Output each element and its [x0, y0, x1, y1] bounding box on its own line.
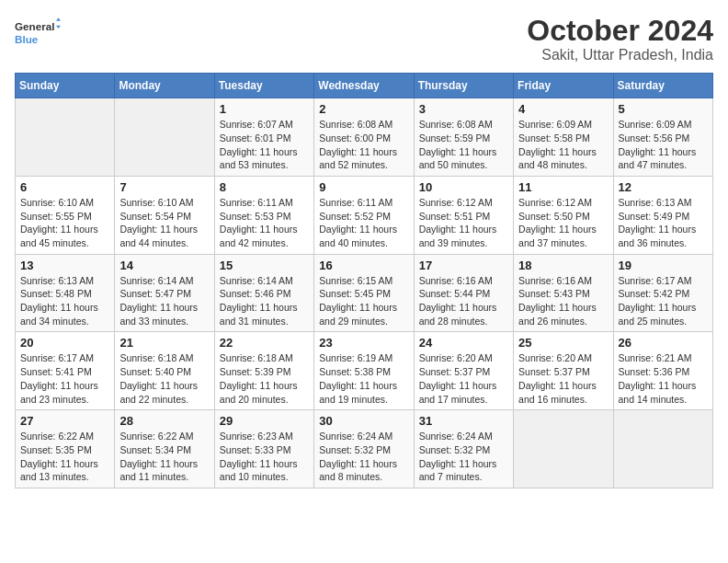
calendar-cell: 28Sunrise: 6:22 AM Sunset: 5:34 PM Dayli… — [115, 410, 214, 488]
calendar-header-row: SundayMondayTuesdayWednesdayThursdayFrid… — [16, 74, 713, 98]
calendar-cell: 9Sunrise: 6:11 AM Sunset: 5:52 PM Daylig… — [314, 176, 414, 254]
day-info: Sunrise: 6:12 AM Sunset: 5:50 PM Dayligh… — [518, 196, 608, 250]
calendar-cell: 15Sunrise: 6:14 AM Sunset: 5:46 PM Dayli… — [214, 254, 313, 332]
day-info: Sunrise: 6:14 AM Sunset: 5:47 PM Dayligh… — [119, 274, 209, 328]
day-number: 12 — [619, 180, 708, 194]
calendar-cell: 12Sunrise: 6:13 AM Sunset: 5:49 PM Dayli… — [613, 176, 712, 254]
day-number: 16 — [319, 259, 408, 272]
calendar-week-row: 20Sunrise: 6:17 AM Sunset: 5:41 PM Dayli… — [16, 332, 713, 410]
calendar-week-row: 6Sunrise: 6:10 AM Sunset: 5:55 PM Daylig… — [16, 176, 713, 254]
day-number: 17 — [419, 259, 508, 272]
day-info: Sunrise: 6:10 AM Sunset: 5:54 PM Dayligh… — [119, 196, 209, 250]
day-info: Sunrise: 6:12 AM Sunset: 5:51 PM Dayligh… — [419, 196, 508, 250]
page-subtitle: Sakit, Uttar Pradesh, India — [527, 47, 713, 63]
day-number: 5 — [619, 102, 708, 116]
calendar-cell: 22Sunrise: 6:18 AM Sunset: 5:39 PM Dayli… — [214, 332, 313, 410]
day-info: Sunrise: 6:11 AM Sunset: 5:52 PM Dayligh… — [319, 196, 408, 250]
day-info: Sunrise: 6:11 AM Sunset: 5:53 PM Dayligh… — [220, 196, 309, 250]
day-number: 24 — [419, 336, 508, 350]
day-header: Sunday — [16, 74, 115, 98]
day-number: 14 — [119, 259, 209, 272]
day-info: Sunrise: 6:19 AM Sunset: 5:38 PM Dayligh… — [319, 351, 408, 406]
day-number: 19 — [619, 259, 708, 272]
calendar-cell: 29Sunrise: 6:23 AM Sunset: 5:33 PM Dayli… — [214, 410, 313, 488]
day-number: 22 — [220, 336, 309, 350]
svg-marker-2 — [56, 17, 61, 20]
calendar-cell: 16Sunrise: 6:15 AM Sunset: 5:45 PM Dayli… — [314, 254, 414, 332]
day-info: Sunrise: 6:16 AM Sunset: 5:44 PM Dayligh… — [419, 274, 508, 328]
day-info: Sunrise: 6:08 AM Sunset: 5:59 PM Dayligh… — [419, 118, 508, 172]
day-header: Tuesday — [214, 74, 313, 98]
day-info: Sunrise: 6:17 AM Sunset: 5:41 PM Dayligh… — [20, 351, 109, 406]
calendar-cell: 13Sunrise: 6:13 AM Sunset: 5:48 PM Dayli… — [16, 254, 115, 332]
day-number: 6 — [20, 180, 109, 194]
calendar-cell: 6Sunrise: 6:10 AM Sunset: 5:55 PM Daylig… — [16, 176, 115, 254]
day-info: Sunrise: 6:08 AM Sunset: 6:00 PM Dayligh… — [319, 118, 408, 172]
day-info: Sunrise: 6:13 AM Sunset: 5:49 PM Dayligh… — [619, 196, 708, 250]
day-info: Sunrise: 6:24 AM Sunset: 5:32 PM Dayligh… — [319, 430, 408, 484]
day-info: Sunrise: 6:23 AM Sunset: 5:33 PM Dayligh… — [220, 430, 309, 484]
day-number: 2 — [319, 102, 408, 116]
day-info: Sunrise: 6:09 AM Sunset: 5:56 PM Dayligh… — [619, 118, 708, 172]
day-number: 11 — [518, 180, 608, 194]
day-info: Sunrise: 6:20 AM Sunset: 5:37 PM Dayligh… — [419, 351, 508, 406]
title-block: October 2024 Sakit, Uttar Pradesh, India — [527, 15, 713, 63]
calendar-cell: 14Sunrise: 6:14 AM Sunset: 5:47 PM Dayli… — [115, 254, 214, 332]
day-info: Sunrise: 6:09 AM Sunset: 5:58 PM Dayligh… — [518, 118, 608, 172]
day-info: Sunrise: 6:17 AM Sunset: 5:42 PM Dayligh… — [619, 274, 708, 328]
day-number: 21 — [119, 336, 209, 350]
day-info: Sunrise: 6:16 AM Sunset: 5:43 PM Dayligh… — [518, 274, 608, 328]
page-header: General Blue October 2024 Sakit, Uttar P… — [15, 15, 713, 63]
logo-svg: General Blue — [15, 15, 61, 52]
day-number: 26 — [619, 336, 708, 350]
day-number: 31 — [419, 414, 508, 428]
day-number: 29 — [220, 414, 309, 428]
calendar-cell: 5Sunrise: 6:09 AM Sunset: 5:56 PM Daylig… — [613, 98, 712, 177]
calendar-cell: 1Sunrise: 6:07 AM Sunset: 6:01 PM Daylig… — [214, 98, 313, 177]
calendar-cell: 25Sunrise: 6:20 AM Sunset: 5:37 PM Dayli… — [514, 332, 613, 410]
day-number: 4 — [518, 102, 608, 116]
day-info: Sunrise: 6:14 AM Sunset: 5:46 PM Dayligh… — [220, 274, 309, 328]
day-info: Sunrise: 6:07 AM Sunset: 6:01 PM Dayligh… — [220, 118, 309, 172]
day-number: 3 — [419, 102, 508, 116]
calendar-cell — [115, 98, 214, 177]
day-info: Sunrise: 6:22 AM Sunset: 5:35 PM Dayligh… — [20, 430, 109, 484]
calendar-week-row: 13Sunrise: 6:13 AM Sunset: 5:48 PM Dayli… — [16, 254, 713, 332]
day-header: Wednesday — [314, 74, 414, 98]
page-title: October 2024 — [527, 15, 713, 47]
calendar-cell: 11Sunrise: 6:12 AM Sunset: 5:50 PM Dayli… — [514, 176, 613, 254]
day-number: 23 — [319, 336, 408, 350]
calendar-cell: 10Sunrise: 6:12 AM Sunset: 5:51 PM Dayli… — [414, 176, 513, 254]
day-number: 18 — [518, 259, 608, 272]
calendar-week-row: 1Sunrise: 6:07 AM Sunset: 6:01 PM Daylig… — [16, 98, 713, 177]
day-info: Sunrise: 6:24 AM Sunset: 5:32 PM Dayligh… — [419, 430, 508, 484]
calendar-cell: 30Sunrise: 6:24 AM Sunset: 5:32 PM Dayli… — [314, 410, 414, 488]
day-number: 28 — [119, 414, 209, 428]
calendar-cell: 8Sunrise: 6:11 AM Sunset: 5:53 PM Daylig… — [214, 176, 313, 254]
day-info: Sunrise: 6:18 AM Sunset: 5:40 PM Dayligh… — [119, 351, 209, 406]
calendar-week-row: 27Sunrise: 6:22 AM Sunset: 5:35 PM Dayli… — [16, 410, 713, 488]
svg-text:General: General — [15, 21, 54, 33]
day-info: Sunrise: 6:15 AM Sunset: 5:45 PM Dayligh… — [319, 274, 408, 328]
calendar-cell: 20Sunrise: 6:17 AM Sunset: 5:41 PM Dayli… — [16, 332, 115, 410]
calendar-cell: 2Sunrise: 6:08 AM Sunset: 6:00 PM Daylig… — [314, 98, 414, 177]
calendar-cell: 27Sunrise: 6:22 AM Sunset: 5:35 PM Dayli… — [16, 410, 115, 488]
day-info: Sunrise: 6:20 AM Sunset: 5:37 PM Dayligh… — [518, 351, 608, 406]
day-info: Sunrise: 6:13 AM Sunset: 5:48 PM Dayligh… — [20, 274, 109, 328]
calendar-table: SundayMondayTuesdayWednesdayThursdayFrid… — [15, 73, 713, 488]
day-info: Sunrise: 6:10 AM Sunset: 5:55 PM Dayligh… — [20, 196, 109, 250]
calendar-cell: 24Sunrise: 6:20 AM Sunset: 5:37 PM Dayli… — [414, 332, 513, 410]
day-info: Sunrise: 6:18 AM Sunset: 5:39 PM Dayligh… — [220, 351, 309, 406]
day-number: 20 — [20, 336, 109, 350]
calendar-cell: 19Sunrise: 6:17 AM Sunset: 5:42 PM Dayli… — [613, 254, 712, 332]
calendar-cell — [16, 98, 115, 177]
day-number: 8 — [220, 180, 309, 194]
calendar-cell — [613, 410, 712, 488]
calendar-cell: 21Sunrise: 6:18 AM Sunset: 5:40 PM Dayli… — [115, 332, 214, 410]
day-number: 7 — [119, 180, 209, 194]
svg-marker-3 — [56, 26, 61, 29]
calendar-cell: 26Sunrise: 6:21 AM Sunset: 5:36 PM Dayli… — [613, 332, 712, 410]
calendar-cell: 3Sunrise: 6:08 AM Sunset: 5:59 PM Daylig… — [414, 98, 513, 177]
day-info: Sunrise: 6:21 AM Sunset: 5:36 PM Dayligh… — [619, 351, 708, 406]
calendar-cell: 7Sunrise: 6:10 AM Sunset: 5:54 PM Daylig… — [115, 176, 214, 254]
